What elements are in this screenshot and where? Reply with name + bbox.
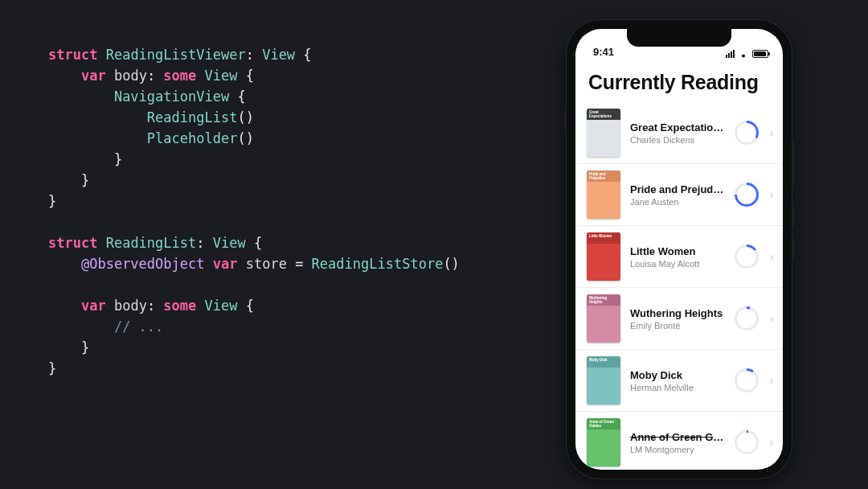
book-cover: Pride and Prejudice xyxy=(587,171,620,219)
book-meta: Great ExpectationsCharles Dickens xyxy=(630,121,725,145)
progress-ring xyxy=(735,121,759,145)
notch xyxy=(627,29,731,47)
book-author: Louisa May Alcott xyxy=(630,259,725,269)
cellular-signal-icon xyxy=(726,50,735,58)
book-meta: Little WomenLouisa May Alcott xyxy=(630,245,725,269)
mute-switch xyxy=(564,109,567,129)
chevron-right-icon: › xyxy=(768,250,775,263)
book-author: LM Montgomery xyxy=(630,445,725,454)
book-meta: Wuthering HeightsEmily Brontë xyxy=(630,307,725,331)
progress-ring xyxy=(735,306,759,331)
progress-ring xyxy=(735,368,759,392)
book-author: Emily Brontë xyxy=(630,321,725,331)
iphone-mockup: 9:41 Currently Reading Great Expectation… xyxy=(567,20,792,479)
phone-screen: 9:41 Currently Reading Great Expectation… xyxy=(575,29,783,470)
chevron-right-icon: › xyxy=(768,126,775,139)
book-title: Moby Dick xyxy=(630,369,725,381)
book-title: Great Expectations xyxy=(630,121,725,134)
list-item[interactable]: Anne of Green GablesAnne of Green Gables… xyxy=(575,412,783,470)
book-cover: Great Expectations xyxy=(587,109,620,157)
progress-ring xyxy=(735,244,759,269)
power-button xyxy=(792,141,794,191)
book-meta: Pride and PrejudiceJane Austen xyxy=(630,183,725,207)
book-author: Herman Melville xyxy=(630,383,725,392)
book-list[interactable]: Great ExpectationsGreat ExpectationsChar… xyxy=(575,102,783,470)
book-cover: Little Women xyxy=(587,232,620,281)
book-title: Little Women xyxy=(630,245,725,257)
book-meta: Anne of Green GablesLM Montgomery xyxy=(630,431,725,454)
book-cover: Wuthering Heights xyxy=(587,294,620,343)
list-item[interactable]: Great ExpectationsGreat ExpectationsChar… xyxy=(575,102,783,164)
book-meta: Moby DickHerman Melville xyxy=(630,369,725,392)
book-title: Pride and Prejudice xyxy=(630,183,725,195)
chevron-right-icon: › xyxy=(768,312,775,325)
chevron-right-icon: › xyxy=(768,374,775,387)
volume-down-button xyxy=(792,233,794,261)
wifi-icon xyxy=(738,50,749,58)
chevron-right-icon: › xyxy=(768,188,775,201)
battery-icon xyxy=(752,50,768,58)
status-time: 9:41 xyxy=(593,46,614,58)
swift-code-block: struct ReadingListViewer: View { var bod… xyxy=(48,44,547,379)
book-cover: Anne of Green Gables xyxy=(587,418,620,466)
volume-up-button xyxy=(792,201,794,228)
list-item[interactable]: Wuthering HeightsWuthering HeightsEmily … xyxy=(575,288,783,350)
progress-ring xyxy=(735,430,759,454)
book-title: Wuthering Heights xyxy=(630,307,725,319)
book-cover: Moby Dick xyxy=(587,356,620,405)
list-item[interactable]: Little WomenLittle WomenLouisa May Alcot… xyxy=(575,226,783,288)
book-author: Charles Dickens xyxy=(630,135,725,145)
book-title: Anne of Green Gables xyxy=(630,431,725,443)
list-item[interactable]: Pride and PrejudicePride and PrejudiceJa… xyxy=(575,164,783,226)
chevron-right-icon: › xyxy=(768,436,775,449)
list-item[interactable]: Moby DickMoby DickHerman Melville› xyxy=(575,350,783,412)
progress-ring xyxy=(735,183,759,207)
page-title: Currently Reading xyxy=(575,61,783,102)
book-author: Jane Austen xyxy=(630,197,725,207)
